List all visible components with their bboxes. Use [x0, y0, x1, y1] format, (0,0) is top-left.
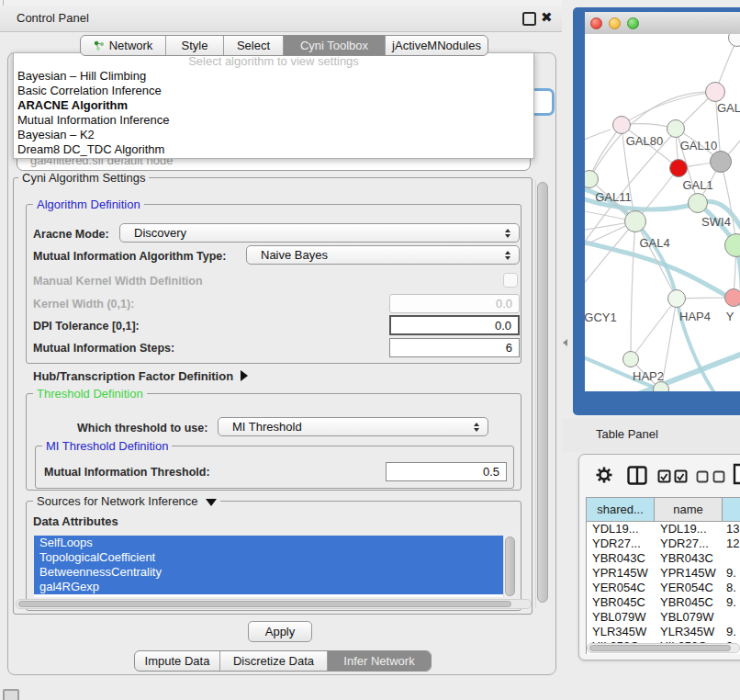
table-cell[interactable]: YER054C [587, 581, 655, 595]
table-row[interactable]: YER054CYER054C8. [587, 581, 740, 595]
table-cell[interactable]: 12 [723, 536, 740, 551]
network-node[interactable] [724, 288, 740, 307]
document-icon[interactable] [732, 463, 740, 485]
table-cell[interactable]: YLR345W [587, 625, 655, 639]
kernel-width-input[interactable]: 0.0 [389, 294, 520, 313]
table-cell[interactable]: YER054C [655, 581, 723, 595]
application-window: Control Panel ✖ Network Style Select Cyn… [0, 0, 740, 700]
table-row[interactable]: YLR345WYLR345W9. [587, 625, 740, 639]
table-cell[interactable]: 9. [723, 595, 740, 610]
algorithm-option[interactable]: Dream8 DC_TDC Algorithm [14, 142, 533, 157]
float-panel-icon[interactable] [522, 12, 536, 26]
network-node[interactable] [622, 351, 639, 367]
data-attribute-item[interactable]: gal4RGexp [34, 580, 503, 594]
attributes-vertical-scrollbar[interactable] [503, 536, 515, 597]
deselect-all-checkboxes-icon[interactable] [696, 470, 727, 483]
dpi-tolerance-input[interactable]: 0.0 [389, 315, 520, 335]
network-node[interactable] [612, 116, 631, 134]
algorithm-option[interactable]: Bayesian – Hill Climbing [14, 69, 533, 84]
close-window-icon[interactable] [590, 17, 602, 29]
algorithm-option[interactable]: ARACNE Algorithm [14, 98, 533, 113]
network-node[interactable] [624, 210, 646, 232]
table-cell[interactable] [723, 551, 740, 566]
settings-horizontal-scrollbar[interactable] [16, 599, 532, 609]
tab-cyni-toolbox[interactable]: Cyni Toolbox [283, 36, 385, 55]
manual-kernel-width-checkbox[interactable] [503, 273, 518, 288]
table-cell[interactable]: YBR043C [587, 551, 655, 566]
gear-icon[interactable] [595, 466, 613, 484]
network-node[interactable] [653, 381, 669, 391]
table-cell[interactable]: YBL079W [655, 610, 723, 625]
table-cell[interactable]: YLR345W [655, 625, 723, 639]
network-node[interactable] [667, 289, 686, 308]
network-node[interactable] [688, 193, 708, 213]
panel-splitter-handle-icon[interactable] [563, 339, 567, 346]
table-cell[interactable]: YPR145W [655, 566, 723, 581]
kernel-width-label: Kernel Width (0,1): [33, 298, 134, 310]
table-row[interactable]: YDL19...YDL19...13 [587, 522, 740, 536]
data-attributes-list[interactable]: SelfLoopsTopologicalCoefficientBetweenne… [34, 536, 515, 597]
table-cell[interactable]: YBR043C [655, 551, 723, 566]
settings-vertical-scrollbar[interactable] [535, 180, 548, 608]
column-header-name[interactable]: name [655, 498, 723, 521]
table-cell[interactable]: YBR045C [655, 595, 723, 610]
table-cell[interactable]: 13 [723, 522, 740, 536]
mi-algorithm-type-value: Naive Bayes [261, 248, 328, 262]
tab-network[interactable]: Network [81, 36, 165, 55]
table-row[interactable]: YBR043CYBR043C [587, 551, 740, 566]
network-node[interactable] [667, 119, 685, 138]
data-attribute-item[interactable]: SelfLoops [34, 536, 503, 550]
table-cell[interactable]: YDL19... [587, 522, 655, 536]
node-table[interactable]: shared... name YDL19...YDL19...13YDR27..… [586, 497, 740, 654]
table-cell[interactable]: 9. [723, 566, 740, 581]
table-cell[interactable]: YDL19... [655, 522, 723, 536]
table-cell[interactable]: YPR145W [587, 566, 655, 581]
which-threshold-combo[interactable]: MI Threshold [218, 417, 488, 436]
table-body: YDL19...YDL19...13YDR27...YDR27...12YBR0… [587, 522, 740, 654]
table-cell[interactable]: YDR27... [655, 536, 723, 551]
mi-threshold-input[interactable]: 0.5 [386, 462, 507, 481]
hub-definition-expander[interactable]: Hub/Transcription Factor Definition [33, 369, 248, 383]
mi-algorithm-type-combo[interactable]: Naive Bayes [246, 245, 520, 265]
cyni-settings-group-title: Cyni Algorithm Settings [18, 171, 149, 185]
network-node[interactable] [705, 82, 725, 102]
split-columns-icon[interactable] [627, 466, 647, 485]
table-cell[interactable]: 9. [723, 625, 740, 639]
table-horizontal-scrollbar[interactable] [587, 643, 740, 653]
close-panel-icon[interactable]: ✖ [541, 9, 553, 26]
network-node[interactable] [669, 159, 688, 177]
minimize-window-icon[interactable] [609, 17, 621, 29]
data-attribute-item[interactable]: TopologicalCoefficient [34, 550, 503, 565]
algorithm-option[interactable]: Mutual Information Inference [14, 113, 533, 128]
zoom-window-icon[interactable] [627, 17, 639, 29]
sources-group-title[interactable]: Sources for Network Inference [33, 494, 220, 508]
column-header-cut[interactable] [723, 498, 740, 521]
dock-panel-icon[interactable] [3, 689, 19, 700]
tab-impute-data[interactable]: Impute Data [135, 651, 219, 671]
table-row[interactable]: YBR045CYBR045C9. [587, 595, 740, 610]
table-cell[interactable]: YDR27... [587, 536, 655, 551]
tab-infer-network[interactable]: Infer Network [327, 651, 431, 671]
tab-style[interactable]: Style [165, 36, 223, 55]
network-canvas[interactable]: GALGAL80GAL10GAL1GAL11SWI4GAL4GCY1HAP4YH… [585, 34, 740, 391]
data-attribute-item[interactable]: BetweennessCentrality [34, 565, 503, 580]
table-row[interactable]: YDR27...YDR27...12 [587, 536, 740, 551]
column-header-shared-name[interactable]: shared... [587, 498, 655, 521]
table-cell[interactable]: 8. [723, 581, 740, 595]
table-cell[interactable] [723, 610, 740, 625]
mi-steps-input[interactable]: 6 [389, 338, 520, 357]
network-node[interactable] [710, 151, 732, 173]
table-row[interactable]: YPR145WYPR145W9. [587, 566, 740, 581]
tab-jactivemnodules[interactable]: jActiveMNodules [385, 36, 488, 55]
tab-discretize-data[interactable]: Discretize Data [219, 651, 327, 671]
algorithm-option[interactable]: Basic Correlation Inference [14, 84, 533, 98]
table-cell[interactable]: YBL079W [587, 610, 655, 625]
aracne-mode-combo[interactable]: Discovery [119, 223, 520, 243]
select-all-checkboxes-icon[interactable] [657, 469, 689, 483]
algorithm-option[interactable]: Bayesian – K2 [14, 128, 533, 142]
table-cell[interactable]: YBR045C [587, 595, 655, 610]
combo-spinner-icon [505, 251, 510, 260]
apply-button[interactable]: Apply [248, 621, 312, 642]
table-row[interactable]: YBL079WYBL079W [587, 610, 740, 625]
tab-select[interactable]: Select [223, 36, 283, 55]
